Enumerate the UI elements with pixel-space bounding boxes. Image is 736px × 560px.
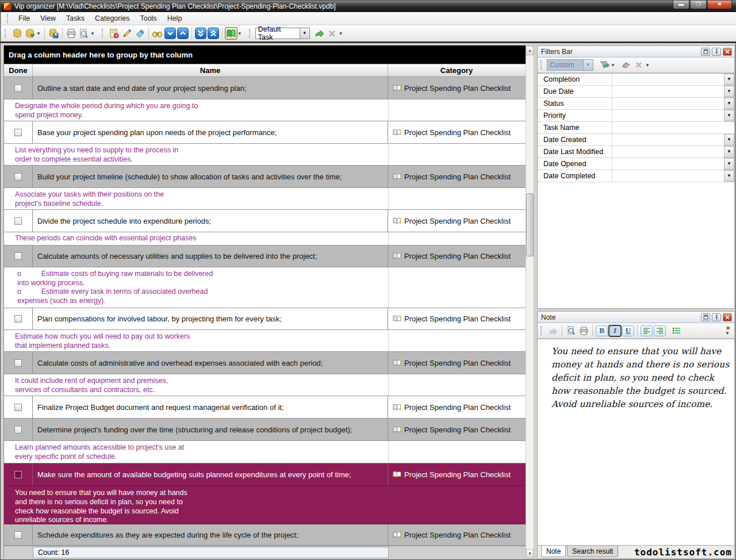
column-header-category[interactable]: Category xyxy=(388,64,525,76)
task-checkbox[interactable] xyxy=(14,173,22,181)
notes-panel-dropdown-icon[interactable]: ▼ xyxy=(237,31,242,36)
note-toolbar-dropdown-icon[interactable]: ▼ xyxy=(725,331,730,336)
italic-icon[interactable]: I xyxy=(609,325,621,336)
clear-filter-icon[interactable] xyxy=(620,59,632,71)
align-right-icon[interactable] xyxy=(654,325,666,336)
task-note-row[interactable]: List everything you need to supply to th… xyxy=(4,144,526,166)
task-note-row[interactable]: Learn planned amounts accessible to proj… xyxy=(4,441,526,463)
scrollbar-thumb[interactable] xyxy=(526,193,534,256)
filter-dropdown-icon[interactable]: ▼ xyxy=(724,110,734,121)
note-print-icon[interactable] xyxy=(577,324,590,337)
move-to-top-icon[interactable] xyxy=(208,28,219,39)
bullet-list-icon[interactable] xyxy=(670,324,683,337)
task-checkbox[interactable] xyxy=(14,359,22,367)
tab-note[interactable]: Note xyxy=(541,546,566,557)
filter-dropdown-icon[interactable]: ▼ xyxy=(724,74,734,85)
close-button[interactable]: ✕ xyxy=(707,1,732,9)
task-checkbox[interactable] xyxy=(14,252,22,260)
new-task-icon[interactable] xyxy=(108,27,121,40)
restore-button[interactable]: ❐ xyxy=(690,1,707,9)
menu-help[interactable]: Help xyxy=(162,13,187,24)
note-preview-icon[interactable] xyxy=(565,324,577,337)
task-checkbox[interactable] xyxy=(14,85,22,92)
table-row[interactable]: Schedule expenditures as they are expect… xyxy=(4,524,526,546)
table-row[interactable]: Determine project's funding over the tim… xyxy=(4,419,526,441)
align-left-icon[interactable] xyxy=(641,325,653,336)
open-database-icon[interactable] xyxy=(24,27,36,40)
filter-value-task-name[interactable] xyxy=(612,122,734,133)
print-icon[interactable] xyxy=(65,27,78,40)
apply-task-type-icon[interactable] xyxy=(313,27,326,40)
filter-value-date-created[interactable]: ▼ xyxy=(612,134,734,145)
print-preview-icon[interactable] xyxy=(78,27,90,40)
task-note-row-selected[interactable]: You need to ensure that you will have mo… xyxy=(4,486,526,524)
table-row[interactable]: Divide the project schedule into expendi… xyxy=(4,210,526,232)
filter-value-completion[interactable]: ▼ xyxy=(612,74,734,85)
note-toolbar-overflow-icon[interactable]: » xyxy=(726,325,730,331)
scroll-down-icon[interactable]: ▼ xyxy=(526,549,534,558)
delete-task-icon[interactable] xyxy=(133,27,146,40)
print-preview-dropdown-icon[interactable]: ▼ xyxy=(90,31,95,36)
table-scrollbar[interactable]: ▲ ▼ xyxy=(526,45,534,559)
save-database-icon[interactable] xyxy=(47,27,60,40)
apply-filter-dropdown-icon[interactable]: ▼ xyxy=(611,63,615,68)
task-checkbox[interactable] xyxy=(14,315,22,323)
task-note-row[interactable]: Designate the whole period during which … xyxy=(4,99,526,121)
table-row[interactable]: Calculate amounts of necessary utilities… xyxy=(4,246,526,267)
find-icon[interactable] xyxy=(151,27,164,40)
filter-dropdown-icon[interactable]: ▼ xyxy=(724,134,734,145)
new-database-icon[interactable] xyxy=(11,27,24,40)
task-note-row[interactable]: Associate your tasks with their position… xyxy=(4,188,526,210)
filter-dropdown-icon[interactable]: ▼ xyxy=(724,146,734,158)
menu-tools[interactable]: Tools xyxy=(135,13,162,24)
move-to-bottom-icon[interactable] xyxy=(195,28,206,39)
filter-value-status[interactable]: ▼ xyxy=(612,98,734,109)
task-note-row[interactable]: o Estimate costs of buying raw materials… xyxy=(4,267,526,308)
filter-dropdown-icon[interactable]: ▼ xyxy=(724,98,734,109)
menu-categories[interactable]: Categories xyxy=(90,13,135,24)
filter-dropdown-icon[interactable]: ▼ xyxy=(724,170,734,182)
filter-value-date-opened[interactable]: ▼ xyxy=(612,158,734,170)
menu-view[interactable]: View xyxy=(35,13,61,24)
task-type-dropdown-icon[interactable]: ▼ xyxy=(300,28,309,39)
minimize-button[interactable]: ▬ xyxy=(673,1,689,9)
filter-value-date-completed[interactable]: ▼ xyxy=(612,170,734,182)
task-checkbox[interactable] xyxy=(14,129,22,136)
filter-value-date-last-modified[interactable]: ▼ xyxy=(612,146,734,158)
column-header-name[interactable]: Name xyxy=(33,64,388,76)
note-pin-icon[interactable] xyxy=(712,313,721,321)
open-database-dropdown-icon[interactable]: ▼ xyxy=(36,31,41,36)
filter-value-due-date[interactable]: ▼ xyxy=(612,86,734,97)
column-header-done[interactable]: Done xyxy=(4,64,33,76)
move-down-icon[interactable] xyxy=(164,28,176,39)
table-row-selected[interactable]: Make sure the amount of available budget… xyxy=(4,463,526,486)
filters-overflow-icon[interactable]: ▼ xyxy=(645,63,650,68)
task-checkbox[interactable] xyxy=(14,217,22,225)
filters-close-icon[interactable] xyxy=(723,48,732,56)
filter-value-priority[interactable]: ▼ xyxy=(612,110,734,121)
delete-task-type-icon[interactable] xyxy=(326,27,339,40)
tab-search-result[interactable]: Search result xyxy=(567,546,618,557)
table-row[interactable]: Base your project spending plan upon nee… xyxy=(4,121,526,144)
table-row[interactable]: Plan compensations for involved labour, … xyxy=(4,308,526,330)
apply-filter-icon[interactable] xyxy=(598,59,611,71)
filters-restore-icon[interactable] xyxy=(701,48,710,56)
notes-panel-toggle-icon[interactable] xyxy=(225,27,237,40)
table-row[interactable]: Build your project timeline (schedule) t… xyxy=(4,166,526,188)
task-note-row[interactable]: These periods can coincide with essentia… xyxy=(4,232,526,246)
scroll-up-icon[interactable]: ▲ xyxy=(526,46,534,55)
table-row[interactable]: Outline a start date and end date of you… xyxy=(4,77,526,99)
note-editor[interactable]: You need to ensure that you will have mo… xyxy=(538,339,734,545)
task-note-row[interactable]: It could include rent of equipment and p… xyxy=(4,374,526,396)
note-restore-icon[interactable] xyxy=(701,313,710,321)
task-note-row[interactable]: Estimate how much you will need to pay o… xyxy=(4,330,526,352)
filter-preset-dropdown-icon[interactable]: ▼ xyxy=(583,60,593,70)
edit-task-icon[interactable] xyxy=(121,27,133,40)
task-type-combobox[interactable]: Default Task ▼ xyxy=(255,28,310,39)
group-by-bar[interactable]: Drag a column header here to group by th… xyxy=(4,45,526,64)
task-checkbox[interactable] xyxy=(14,404,22,411)
task-checkbox[interactable] xyxy=(14,426,22,434)
menu-tasks[interactable]: Tasks xyxy=(61,13,90,24)
note-close-icon[interactable] xyxy=(723,313,732,321)
delete-filter-icon[interactable] xyxy=(632,59,645,71)
